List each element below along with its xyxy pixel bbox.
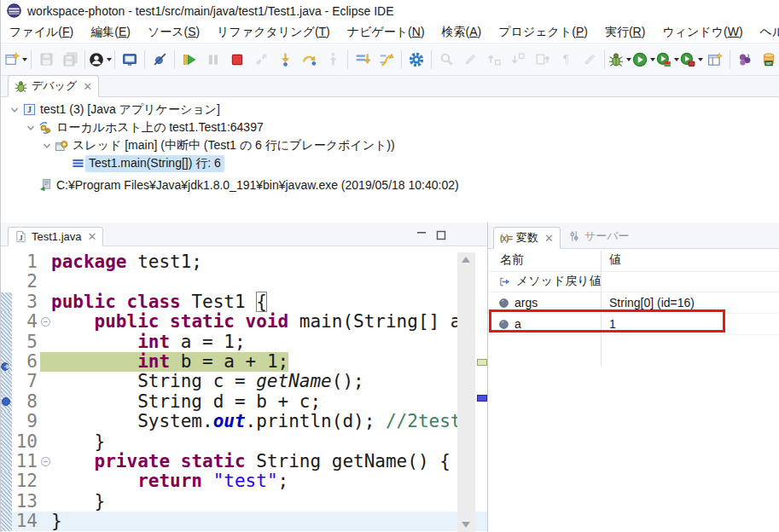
- dropdown-arrow-icon[interactable]: [626, 58, 631, 61]
- debug-tree-row-2[interactable]: スレッド [main] (中断中 (Test1 の 6 行にブレークポイント)): [1, 136, 779, 154]
- breakpoint-gutter[interactable]: [1, 432, 12, 452]
- tab-debug-view[interactable]: デバッグ ✕: [8, 75, 99, 97]
- debug-tree-row-4[interactable]: C:¥Program Files¥Java¥jdk1.8.0_191¥bin¥j…: [1, 176, 779, 194]
- suspend-button[interactable]: [201, 49, 225, 71]
- drop-to-frame-button[interactable]: [351, 49, 375, 71]
- variable-row-0[interactable]: メソッド戻り値なし: [488, 271, 779, 292]
- step-return-button[interactable]: [321, 49, 345, 71]
- tab-servers[interactable]: サーバー: [561, 226, 637, 248]
- new-button[interactable]: [4, 49, 28, 71]
- code-line-11[interactable]: 11− private static String getName() {: [1, 452, 487, 471]
- fold-minus-icon[interactable]: −: [41, 317, 50, 327]
- chevron-down-icon[interactable]: [24, 123, 38, 133]
- breakpoint-gutter[interactable]: [1, 392, 12, 412]
- breakpoint-gutter[interactable]: [1, 412, 12, 431]
- debug-button[interactable]: [608, 49, 631, 71]
- close-icon[interactable]: ✕: [544, 233, 554, 244]
- code-line-5[interactable]: 5 int a = 1;: [1, 332, 487, 352]
- code-line-14[interactable]: 14}: [1, 512, 487, 531]
- chevron-down-icon[interactable]: [40, 141, 54, 151]
- column-header-name[interactable]: 名前: [488, 252, 601, 268]
- user-account-button[interactable]: [88, 49, 112, 71]
- breakpoint-gutter[interactable]: [1, 292, 12, 312]
- dropdown-arrow-icon[interactable]: [650, 58, 655, 61]
- open-perspective-button[interactable]: [703, 49, 727, 71]
- menu-window[interactable]: ウィンドウ(W): [654, 23, 751, 42]
- tab-test1-java[interactable]: J Test1.java ✕: [8, 227, 103, 246]
- code-text[interactable]: private static String getName() {: [51, 452, 451, 471]
- run-button[interactable]: [631, 49, 655, 71]
- next-annotation-button[interactable]: [506, 49, 530, 71]
- menu-edit[interactable]: 編集(E): [82, 23, 139, 42]
- code-text[interactable]: System.out.println(d); //2test: [51, 412, 461, 431]
- code-text[interactable]: }: [51, 492, 105, 512]
- resume-button[interactable]: [177, 49, 201, 71]
- variable-name-cell[interactable]: args: [488, 296, 601, 309]
- breakpoint-gutter[interactable]: [1, 452, 12, 471]
- chevron-down-icon[interactable]: [8, 105, 21, 115]
- mark-occurrences-button[interactable]: [458, 49, 482, 71]
- fold-collapse-icon[interactable]: −: [40, 312, 51, 332]
- debug-tree-row-1[interactable]: ローカルホスト上の test1.Test1:64397: [1, 119, 779, 136]
- code-line-2[interactable]: 2: [1, 272, 487, 292]
- code-line-1[interactable]: 1package test1;: [1, 252, 487, 272]
- minimize-icon[interactable]: [416, 230, 427, 240]
- overview-current-line-marker[interactable]: [477, 359, 487, 366]
- variable-value[interactable]: String[0] (id=16): [601, 296, 695, 309]
- fold-collapse-icon[interactable]: −: [40, 452, 51, 471]
- previous-annotation-button[interactable]: [482, 49, 506, 71]
- breakpoint-gutter[interactable]: [1, 471, 12, 491]
- variable-row-a[interactable]: a1: [488, 314, 779, 335]
- dropdown-arrow-icon[interactable]: [22, 58, 27, 61]
- code-text[interactable]: package test1;: [51, 252, 202, 272]
- code-line-7[interactable]: 7 String c = getName();: [1, 372, 487, 391]
- column-header-value[interactable]: 値: [601, 252, 621, 268]
- dropdown-arrow-icon[interactable]: [674, 58, 679, 61]
- code-line-13[interactable]: 13 }: [1, 492, 487, 512]
- close-icon[interactable]: ✕: [88, 231, 97, 242]
- debug-tree-row-3[interactable]: Test1.main(String[]) 行: 6: [1, 154, 779, 172]
- skip-all-breakpoints-button[interactable]: [148, 49, 171, 71]
- breakpoint-gutter[interactable]: [1, 512, 12, 531]
- code-editor[interactable]: 1package test1;23public class Test1 {4− …: [1, 246, 487, 532]
- java-perspective-button[interactable]: [733, 49, 757, 71]
- debug-tree-row-0[interactable]: Jtest1 (3) [Java アプリケーション]: [1, 101, 779, 119]
- open-console-button[interactable]: [118, 49, 142, 71]
- highlight-button[interactable]: [578, 49, 602, 71]
- save-all-button[interactable]: [58, 49, 82, 71]
- code-text[interactable]: }: [51, 432, 105, 452]
- variable-name-cell[interactable]: a: [488, 317, 601, 331]
- code-line-12[interactable]: 12 return "test";: [1, 471, 487, 491]
- profile-button[interactable]: [679, 49, 703, 71]
- code-line-4[interactable]: 4− public static void main(String[] ar: [1, 312, 487, 332]
- breakpoint-gutter[interactable]: [1, 372, 12, 391]
- code-line-8[interactable]: 8 String d = b + c;: [1, 392, 487, 412]
- launch-settings-button[interactable]: [404, 49, 428, 71]
- breakpoint-icon[interactable]: [2, 397, 10, 406]
- breakpoint-gutter[interactable]: [1, 352, 12, 372]
- menu-file[interactable]: ファイル(F): [1, 23, 82, 42]
- disconnect-button[interactable]: [249, 49, 273, 71]
- step-into-button[interactable]: [273, 49, 297, 71]
- menu-refactoring[interactable]: リファクタリング(T): [208, 23, 339, 42]
- code-text[interactable]: int a = 1;: [51, 332, 246, 352]
- dropdown-arrow-icon[interactable]: [107, 58, 112, 61]
- menu-search[interactable]: 検索(A): [433, 23, 491, 42]
- variable-name-cell[interactable]: メソッド戻り値なし: [488, 274, 601, 289]
- editor-scrollbar[interactable]: [457, 252, 475, 532]
- code-line-6[interactable]: 6 int b = a + 1;: [1, 352, 487, 372]
- search-button[interactable]: [434, 49, 458, 71]
- code-line-9[interactable]: 9 System.out.println(d); //2test: [1, 412, 487, 431]
- terminate-button[interactable]: [225, 49, 249, 71]
- use-step-filters-button[interactable]: [375, 49, 398, 71]
- code-text[interactable]: }: [51, 512, 62, 531]
- breakpoint-gutter[interactable]: [1, 252, 12, 272]
- tab-variables[interactable]: (x)= 変数 ✕: [493, 227, 561, 249]
- coverage-button[interactable]: [655, 49, 679, 71]
- last-edit-location-button[interactable]: [530, 49, 554, 71]
- breakpoint-gutter[interactable]: [1, 492, 12, 512]
- menu-navigate[interactable]: ナビゲート(N): [339, 23, 433, 42]
- scroll-down-icon[interactable]: [462, 522, 470, 528]
- variable-row-1[interactable]: argsString[0] (id=16): [488, 292, 779, 314]
- menu-source[interactable]: ソース(S): [139, 23, 208, 42]
